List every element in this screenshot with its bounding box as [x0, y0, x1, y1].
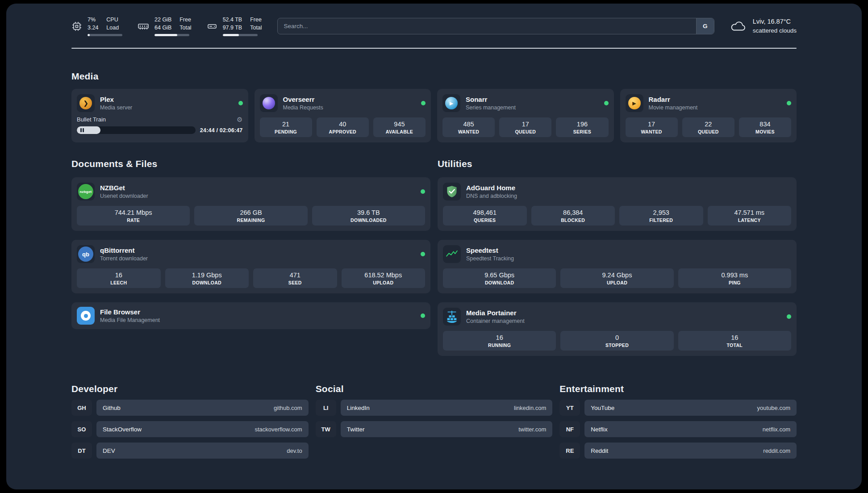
media-section-title: Media — [71, 71, 797, 82]
radarr-card[interactable]: ▶ Radarr Movie management 17 WANTED 22 Q… — [620, 89, 797, 142]
dashboard: 7% 3.24 CPU Load — [6, 4, 862, 489]
stat-value: 16 — [445, 334, 554, 341]
status-online-dot — [787, 101, 791, 105]
ram-icon — [138, 21, 149, 32]
search-bar[interactable]: G — [277, 18, 714, 34]
speedtest-card[interactable]: Speedtest Speedtest Tracking 9.65 Gbps D… — [438, 240, 797, 293]
stat-label: PING — [680, 280, 789, 285]
now-playing-widget: Bullet Train ⚙ 24:44 / 02:06:47 — [77, 116, 243, 134]
portainer-card[interactable]: Media Portainer Container management 16 … — [438, 302, 797, 356]
nzbget-card[interactable]: nzbget NZBGet Usenet downloader 744.21 M… — [71, 177, 430, 231]
stat-value: 17 — [501, 121, 550, 128]
stat-label: SEED — [255, 280, 335, 285]
github-link[interactable]: Github github.com — [96, 400, 309, 416]
search-input[interactable] — [278, 18, 696, 34]
ram-values: 22 GiB 64 GiB — [154, 16, 171, 32]
twitter-link[interactable]: Twitter twitter.com — [341, 421, 553, 437]
stat-value: 0 — [562, 334, 672, 341]
stat-value: 16 — [680, 334, 789, 341]
app-name: Speedtest — [466, 246, 514, 255]
app-name: Sonarr — [466, 95, 516, 104]
weather-widget[interactable]: Lviv, 16.87°C scattered clouds — [730, 17, 797, 35]
stat-latency: 47.571 ms LATENCY — [708, 206, 792, 226]
status-online-dot — [787, 314, 791, 319]
reddit-link[interactable]: Reddit reddit.com — [584, 443, 797, 459]
weather-location: Lviv, 16.87°C — [753, 17, 797, 26]
stat-value: 196 — [558, 121, 606, 128]
adguard-card[interactable]: AdGuard Home DNS and adblocking 498,461 … — [438, 177, 797, 231]
stat-label: TOTAL — [680, 343, 789, 348]
ram-usage-bar — [154, 34, 189, 36]
ram-metric: 22 GiB 64 GiB Free Total — [138, 16, 192, 36]
stat-value: 471 — [255, 272, 335, 279]
speedtest-graph-icon — [443, 245, 461, 263]
app-desc: Media Requests — [283, 104, 323, 111]
playback-time: 24:44 / 02:06:47 — [200, 127, 243, 134]
youtube-abbr-icon[interactable]: YT — [559, 400, 580, 416]
sonarr-card[interactable]: ▶ Sonarr Series management 485 WANTED 17… — [437, 89, 614, 142]
qbittorrent-icon: qb — [77, 245, 95, 263]
dev-link[interactable]: DEV dev.to — [96, 443, 309, 459]
search-engine-button[interactable]: G — [696, 18, 714, 34]
stat-label: UPLOAD — [562, 280, 672, 285]
netflix-link[interactable]: Netflix netflix.com — [584, 421, 797, 437]
stat-label: PENDING — [262, 129, 310, 134]
stat-queries: 498,461 QUERIES — [443, 206, 527, 226]
bookmark-netflix: NF Netflix netflix.com — [559, 421, 797, 437]
stat-value: 618.52 Mbps — [343, 272, 424, 279]
stat-downloaded: 39.6 TB DOWNLOADED — [312, 206, 425, 226]
app-name: Plex — [100, 95, 132, 104]
social-bookmarks: Social LI LinkedIn linkedin.com TW Twitt… — [316, 384, 553, 459]
stat-value: 16 — [79, 272, 159, 279]
app-name: AdGuard Home — [466, 184, 517, 192]
qbittorrent-card[interactable]: qb qBittorrent Torrent downloader 16 LEE… — [71, 240, 430, 293]
linkedin-abbr-icon[interactable]: LI — [316, 400, 336, 416]
pause-icon[interactable] — [80, 128, 84, 132]
stackoverflow-link[interactable]: StackOverflow stackoverflow.com — [96, 421, 309, 437]
window-frame: 7% 3.24 CPU Load — [0, 0, 868, 493]
reddit-abbr-icon[interactable]: RE — [559, 443, 580, 459]
github-abbr-icon[interactable]: GH — [71, 400, 92, 416]
stat-value: 39.6 TB — [314, 209, 423, 216]
stat-ping: 0.993 ms PING — [678, 268, 791, 288]
filebrowser-card[interactable]: File Browser Media File Management — [71, 302, 430, 329]
youtube-link[interactable]: YouTube youtube.com — [584, 400, 797, 416]
status-online-dot — [604, 101, 609, 105]
stat-upload: 618.52 Mbps UPLOAD — [342, 268, 426, 288]
stat-filtered: 2,953 FILTERED — [619, 206, 703, 226]
overseerr-icon — [260, 94, 278, 112]
stat-total: 16 TOTAL — [678, 331, 791, 351]
stat-label: STOPPED — [562, 343, 672, 348]
playback-progress-bar[interactable] — [77, 126, 196, 134]
twitter-abbr-icon[interactable]: TW — [316, 421, 336, 437]
dev-abbr-icon[interactable]: DT — [71, 443, 92, 459]
filebrowser-icon — [77, 307, 95, 325]
linkedin-link[interactable]: LinkedIn linkedin.com — [341, 400, 553, 416]
stat-label: DOWNLOAD — [445, 280, 554, 285]
stat-value: 498,461 — [445, 209, 525, 216]
documents-section: Documents & Files nzbget NZBGet Usenet d… — [71, 159, 430, 356]
netflix-abbr-icon[interactable]: NF — [559, 421, 580, 437]
stat-queued: 22 QUEUED — [682, 117, 734, 137]
app-name: Media Portainer — [466, 309, 525, 318]
stat-value: 9.65 Gbps — [445, 272, 554, 279]
plex-card[interactable]: ❯ Plex Media server Bullet Train ⚙ — [71, 89, 248, 142]
weather-condition: scattered clouds — [753, 26, 797, 35]
gear-icon[interactable]: ⚙ — [237, 116, 242, 123]
stat-value: 86,384 — [533, 209, 613, 216]
topbar: 7% 3.24 CPU Load — [71, 16, 797, 36]
stat-label: RUNNING — [445, 343, 554, 348]
status-online-dot — [421, 313, 425, 318]
stat-value: 9.24 Gbps — [562, 272, 672, 279]
stat-remaining: 266 GB REMAINING — [194, 206, 307, 226]
adguard-shield-icon — [443, 183, 461, 201]
stat-value: 40 — [318, 121, 367, 128]
overseerr-card[interactable]: Overseerr Media Requests 21 PENDING 40 A… — [255, 89, 431, 142]
app-desc: Series management — [466, 104, 516, 111]
stat-stopped: 0 STOPPED — [560, 331, 673, 351]
stackoverflow-abbr-icon[interactable]: SO — [71, 421, 92, 437]
app-desc: Media File Management — [100, 317, 160, 324]
documents-section-title: Documents & Files — [71, 159, 430, 169]
radarr-icon: ▶ — [626, 94, 643, 112]
topbar-divider — [71, 48, 797, 49]
